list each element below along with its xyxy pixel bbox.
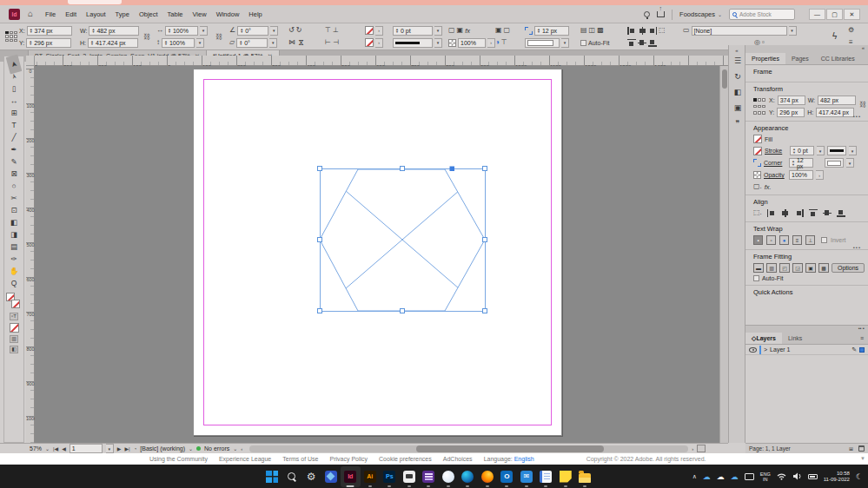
tab-layers[interactable]: ◇ Layers [745, 333, 782, 344]
center-content-icon[interactable]: ▣ [805, 263, 816, 273]
layer-expander[interactable]: > [764, 346, 767, 353]
corner-radius-input[interactable]: ▲▼12 px [789, 158, 813, 168]
vertical-scrollbar[interactable] [719, 66, 728, 443]
language-indicator[interactable]: ENGIN [760, 472, 771, 482]
rectangle-frame-tool[interactable]: ⊠ [5, 168, 23, 180]
align-left-icon[interactable] [767, 209, 776, 217]
sync-cloud-icon[interactable]: ☁ [731, 472, 739, 481]
tab-cc-libraries[interactable]: CC Libraries [815, 53, 861, 64]
sticky-notes-app[interactable] [556, 466, 576, 487]
apply-none-swatch[interactable] [10, 323, 19, 333]
height-input[interactable]: ▲▼417.424 px [88, 38, 138, 48]
wrap-jump-object-icon[interactable]: ≡ [792, 235, 802, 245]
horizontal-ruler[interactable]: 4003002001000100200300400500600700800900… [26, 56, 728, 66]
note-tool[interactable]: ▤ [5, 241, 23, 253]
stroke-swatch-none[interactable] [753, 147, 762, 155]
pages-grabber-icon[interactable] [697, 445, 706, 452]
edge-browser[interactable] [458, 466, 478, 487]
constrain-scale-icon[interactable]: ⛓ [215, 31, 222, 42]
footer-link[interactable]: Terms of Use [282, 456, 318, 462]
more-options-icon[interactable]: ••• [853, 114, 861, 119]
effects-fx-link[interactable]: fx. [765, 183, 772, 191]
hand-tool[interactable]: ✋ [5, 265, 23, 277]
zoom-level[interactable]: 57% [30, 445, 42, 452]
collapse-panel-icon[interactable]: « [745, 45, 868, 53]
color-theme-tool[interactable]: ✑ [5, 253, 23, 265]
constrain-dimensions-icon[interactable]: ⛓ [143, 31, 150, 42]
premiere-rush-app[interactable] [419, 466, 439, 487]
fit-frame-to-content-icon[interactable]: ◰ [779, 263, 790, 273]
wrap-object-shape-icon[interactable]: ▩ [597, 26, 604, 35]
corner-shape-dropdown[interactable] [825, 158, 844, 168]
control-bar-gear-icon[interactable]: ⚙ [848, 25, 854, 36]
page-number-input[interactable]: 1 [70, 444, 103, 453]
selected-anchor-handle[interactable] [450, 167, 455, 172]
color-panel-icon[interactable]: ↻ [729, 69, 746, 84]
scrollbar-thumb[interactable] [722, 69, 727, 89]
file-explorer[interactable] [575, 466, 595, 487]
wrap-none-icon[interactable]: ▪ [753, 235, 763, 245]
fill-frame-icon[interactable]: ▬ [753, 263, 764, 273]
pen-tool[interactable]: ✒ [5, 143, 23, 155]
pencil-tool[interactable]: ✎ [5, 155, 23, 168]
fill-swatch-none[interactable] [365, 26, 374, 35]
share-icon[interactable] [657, 11, 665, 17]
free-transform-tool[interactable]: ⊡ [5, 204, 23, 216]
firefox-browser[interactable] [478, 466, 498, 487]
layer-name[interactable]: Layer 1 [770, 346, 790, 353]
shear-input[interactable]: ▲▼0° [236, 38, 268, 48]
fit-content-to-frame-icon[interactable]: ◲ [792, 263, 803, 273]
x-input[interactable]: 374 px [778, 96, 805, 105]
select-container-icon[interactable]: ⊤ [325, 26, 331, 35]
clock[interactable]: 10:5811-09-2022 [824, 471, 850, 483]
y-input[interactable]: 296 px [777, 108, 805, 117]
align-top-icon[interactable] [627, 39, 636, 47]
volume-icon[interactable] [792, 472, 802, 480]
scissors-tool[interactable]: ✂ [5, 192, 23, 204]
menu-item[interactable]: Help [248, 10, 262, 18]
wrap-bounding-box-icon[interactable]: ▫ [766, 235, 776, 245]
flip-horizontal-icon[interactable]: ⋈ [288, 38, 295, 47]
menu-item[interactable]: Window [216, 10, 240, 18]
opacity-input[interactable]: 100% [789, 170, 813, 180]
stroke-swatch-none[interactable] [365, 38, 374, 47]
scale-x-input[interactable]: ▲▼100% [165, 26, 198, 36]
fill-stroke-swatches[interactable] [6, 293, 22, 310]
reference-point-grid[interactable] [753, 98, 765, 117]
flip-vertical-icon[interactable]: ⋈ [296, 39, 305, 46]
x-position-input[interactable]: ▲▼374 px [27, 26, 72, 36]
view-options-icon[interactable]: ▥ [10, 335, 18, 343]
w-input[interactable]: 482 px [818, 96, 856, 105]
rotation-input[interactable]: ▲▼0° [237, 26, 268, 36]
outlook-app[interactable]: O [497, 466, 517, 487]
menu-item[interactable]: Object [139, 10, 158, 18]
stroke-type-dropdown[interactable] [827, 146, 846, 155]
corner-options-icon[interactable]: ▢ [448, 26, 455, 35]
expand-panels-icon[interactable]: « [729, 45, 745, 53]
corner-radius-input[interactable]: ▲▼12 px [534, 26, 569, 36]
fit-content-icon[interactable]: ▣ [495, 26, 502, 35]
display-icon[interactable] [745, 473, 754, 480]
opacity-link[interactable]: Opacity [764, 172, 786, 178]
delete-layer-icon[interactable] [858, 445, 865, 452]
object-states-icon[interactable]: ▣ [457, 26, 464, 35]
adobe-stock-search[interactable]: Adobe Stock [729, 9, 795, 20]
y-position-input[interactable]: ▲▼296 px [26, 38, 71, 48]
align-right-icon[interactable] [795, 209, 804, 217]
vertical-ruler[interactable]: 010020030040050060070080090010001100 [26, 66, 35, 443]
close-button[interactable]: ✕ [844, 9, 860, 20]
scrollbar-thumb[interactable] [416, 445, 604, 452]
search-button[interactable] [282, 466, 302, 487]
select-content-icon[interactable]: ⊥ [333, 26, 339, 35]
rotate-cw-icon[interactable]: ↻ [296, 26, 302, 35]
menu-item[interactable]: File [45, 10, 56, 18]
object-style-dropdown[interactable]: [None] [692, 26, 787, 36]
scroll-right-icon[interactable]: › [692, 446, 693, 452]
gradient-panel-icon[interactable]: ◧ [729, 84, 746, 100]
menu-item[interactable]: View [193, 10, 207, 18]
align-baseline-icon[interactable]: ⊢ [325, 38, 331, 47]
home-icon[interactable]: ⌂ [28, 10, 33, 18]
reference-point-grid[interactable] [5, 31, 17, 42]
learn-lightbulb-icon[interactable] [644, 11, 650, 17]
pages-panel-icon[interactable]: ▣ [729, 100, 746, 115]
